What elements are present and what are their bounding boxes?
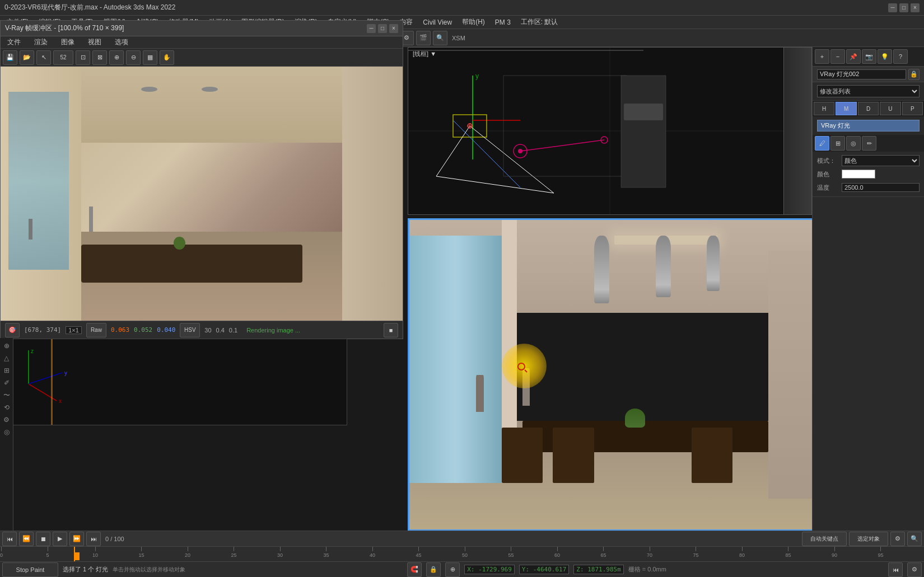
svg-text:z: z (31, 348, 34, 354)
rp-prop-tab-4[interactable]: ✏ (862, 136, 876, 151)
maximize-button[interactable]: □ (899, 3, 908, 12)
vray-light-item[interactable]: VRay 灯光 (817, 120, 920, 132)
vray-window-title: V-Ray 帧缓冲区 - [100.0% of 710 × 399] ─ □ × (1, 21, 403, 36)
vray-stop-btn[interactable]: ■ (384, 323, 398, 337)
tl-next-btn[interactable]: ⏩ (69, 532, 84, 546)
mode-label: 模式： (817, 157, 839, 165)
rp-tab-motion[interactable]: P (902, 102, 923, 115)
menu-help[interactable]: 帮助(H) (458, 16, 489, 28)
tl-search-btn[interactable]: 🔍 (907, 532, 922, 546)
tl-stop-btn[interactable]: ⏹ (36, 532, 50, 546)
vray-hsv-mode[interactable]: HSV (180, 323, 200, 337)
toolbar-render-setup[interactable]: 🎬 (416, 31, 431, 45)
modifier-list-select[interactable]: 修改器列表 (817, 85, 920, 97)
rp-tab-display[interactable]: D (858, 102, 879, 115)
sidebar-icon-4[interactable]: ✐ (1, 377, 12, 388)
right-properties-panel: + − 📌 📷 💡 ? 🔒 修改器列表 H M D U P VRay 灯光 🖊 … (812, 47, 924, 531)
tl-marker-75: 75 (693, 547, 699, 562)
tl-play-btn[interactable]: ▶ (53, 532, 67, 546)
rp-lock-btn[interactable]: 🔒 (908, 69, 920, 80)
viewport-3d-area[interactable]: [线框] ▼ y (408, 48, 811, 214)
vray-select-btn[interactable]: ↖ (36, 50, 51, 65)
sidebar-icon-3[interactable]: ⊞ (1, 365, 12, 376)
rp-vray-light-section: VRay 灯光 (813, 116, 924, 135)
status-stop-paint[interactable]: Stop Paint (2, 562, 58, 577)
vray-close[interactable]: × (389, 24, 398, 33)
rp-prop-tab-1[interactable]: 🖊 (815, 136, 829, 151)
rp-pin-btn[interactable]: 📌 (846, 49, 861, 64)
rp-tab-utility[interactable]: U (880, 102, 900, 115)
vray-render-status: Rendering image ... (242, 327, 305, 334)
vray-minimize[interactable]: ─ (367, 24, 376, 33)
vray-zoom-in[interactable]: ⊕ (109, 50, 124, 65)
vray-open-btn[interactable]: 📂 (20, 50, 34, 65)
status-snap-toggle[interactable]: 🧲 (407, 562, 422, 577)
status-end-frame[interactable]: ⏮ (888, 562, 903, 577)
tl-marker-15: 15 (139, 547, 144, 562)
tl-start-btn[interactable]: ⏮ (2, 532, 17, 546)
sidebar-icon-5[interactable]: 〜 (1, 390, 12, 401)
status-settings-2[interactable]: ⚙ (907, 562, 922, 577)
color-swatch[interactable] (842, 170, 875, 179)
rp-camera-btn[interactable]: 📷 (862, 49, 876, 64)
vray-zoom-fit[interactable]: ⊡ (76, 50, 90, 65)
window-controls: ─ □ × (888, 3, 920, 12)
menu-civil-view[interactable]: Civil View (418, 17, 456, 27)
vray-region-render[interactable]: ▦ (143, 50, 157, 65)
vray-zoom-input: 52 (53, 50, 73, 65)
status-coord-toggle[interactable]: ⊕ (445, 562, 460, 577)
viewport-wireframe-svg: y (408, 48, 811, 214)
vray-eyedropper[interactable]: 🎯 (5, 323, 20, 337)
sidebar-icon-1[interactable]: ⊕ (1, 340, 12, 351)
vray-menu-view[interactable]: 视图 (83, 36, 106, 48)
rp-chair-2 (553, 428, 594, 484)
vray-val3: 0.040 (157, 326, 175, 334)
tl-end-btn[interactable]: ⏭ (86, 532, 101, 546)
timeline-ruler[interactable]: 0510152025303540455055606570758085909510… (0, 547, 924, 562)
vray-menu-image[interactable]: 图像 (57, 36, 79, 48)
timeline: ⏮ ⏪ ⏹ ▶ ⏩ ⏭ 0 / 100 自动关键点 选定对象 ⚙ 🔍 05101… (0, 531, 924, 561)
mode-select[interactable]: 颜色 (842, 155, 920, 166)
tl-keyframe-btn[interactable]: 自动关键点 (802, 532, 847, 546)
svg-rect-31 (51, 339, 53, 425)
vray-raw-mode[interactable]: Raw (86, 323, 106, 337)
vray-num3: 0.1 (229, 327, 237, 334)
tl-select-obj-btn[interactable]: 选定对象 (849, 532, 888, 546)
rp-plus-btn[interactable]: + (815, 49, 829, 64)
status-action: 单击并拖动以选择并移动对象 (113, 566, 185, 574)
vray-pan[interactable]: ✋ (160, 50, 174, 65)
tl-marker-80: 80 (739, 547, 745, 562)
toolbar-search[interactable]: 🔍 (433, 31, 447, 45)
sidebar-icon-2[interactable]: △ (1, 353, 12, 364)
rp-prop-tab-2[interactable]: ⊞ (830, 136, 845, 151)
menu-pm3[interactable]: PM 3 (491, 17, 515, 27)
tl-settings-btn[interactable]: ⚙ (890, 532, 905, 546)
rp-help-btn[interactable]: ? (893, 49, 908, 64)
rp-tab-hierarchy[interactable]: H (814, 102, 834, 115)
object-name-input[interactable] (817, 69, 906, 79)
status-lock-toggle[interactable]: 🔒 (426, 562, 441, 577)
svg-line-23 (525, 370, 527, 372)
vray-menu-render[interactable]: 渲染 (30, 36, 52, 48)
vray-zoom-full[interactable]: ⊠ (92, 50, 107, 65)
rp-minus-btn[interactable]: − (830, 49, 845, 64)
close-button[interactable]: × (911, 3, 920, 12)
rp-tab-modify[interactable]: M (836, 102, 856, 115)
sidebar-icon-7[interactable]: ⚙ (1, 414, 12, 425)
temp-input[interactable] (842, 183, 920, 192)
rp-light-btn[interactable]: 💡 (878, 49, 892, 64)
vray-menu-options[interactable]: 选项 (110, 36, 133, 48)
vray-menu-file[interactable]: 文件 (3, 36, 25, 48)
minimize-button[interactable]: ─ (888, 3, 897, 12)
sidebar-icon-8[interactable]: ◎ (1, 426, 12, 438)
rp-prop-tab-3[interactable]: ◎ (846, 136, 861, 151)
tl-prev-btn[interactable]: ⏪ (19, 532, 34, 546)
vray-zoom-out[interactable]: ⊖ (126, 50, 141, 65)
vray-maximize[interactable]: □ (378, 24, 387, 33)
vray-save-btn[interactable]: 💾 (3, 50, 17, 65)
sidebar-icon-6[interactable]: ⟲ (1, 402, 12, 413)
room-table (81, 245, 302, 283)
menu-workspace[interactable]: 工作区: 默认 (516, 16, 563, 28)
tl-marker-25: 25 (231, 547, 237, 562)
viewport-top[interactable]: [线框] ▼ y (408, 47, 812, 215)
